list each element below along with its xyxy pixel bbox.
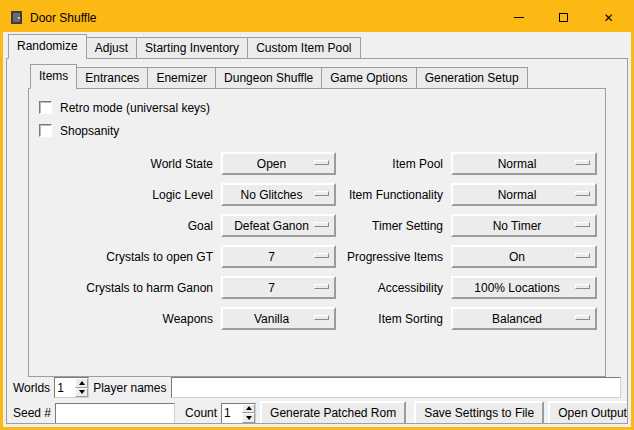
count-spin-arrows [242, 404, 255, 423]
shopsanity-row: Shopsanity [39, 119, 597, 142]
tab-game-options[interactable]: Game Options [321, 67, 416, 89]
dropdown-indicator-icon [314, 315, 329, 320]
retro-mode-checkbox[interactable] [39, 101, 52, 114]
outer-tabbar: Randomize Adjust Starting Inventory Cust… [6, 34, 628, 59]
tab-generation-setup[interactable]: Generation Setup [416, 67, 528, 89]
count-spin-up-button[interactable] [242, 404, 255, 414]
dropdown-indicator-icon [575, 315, 590, 320]
dropdown-indicator-icon [575, 253, 590, 258]
tab-entrances[interactable]: Entrances [76, 67, 148, 89]
arrow-down-icon [246, 416, 252, 420]
accessibility-label: Accessibility [344, 281, 443, 295]
dropdown-indicator-icon [314, 284, 329, 289]
crystals-gt-dropdown[interactable]: 7 [221, 245, 336, 268]
tab-randomize[interactable]: Randomize [8, 34, 87, 59]
goal-label: Goal [37, 219, 213, 233]
shopsanity-label: Shopsanity [60, 124, 119, 138]
maximize-button[interactable] [541, 3, 586, 32]
dropdown-indicator-icon [314, 191, 329, 196]
item-sorting-dropdown[interactable]: Balanced [451, 307, 597, 330]
world-state-dropdown[interactable]: Open [221, 152, 336, 175]
worlds-spinner [54, 377, 89, 398]
app-icon [9, 10, 24, 25]
close-button[interactable]: ✕ [586, 3, 631, 32]
dropdown-indicator-icon [575, 284, 590, 289]
tab-custom-item-pool[interactable]: Custom Item Pool [247, 37, 360, 59]
item-pool-dropdown[interactable]: Normal [451, 152, 597, 175]
item-functionality-dropdown[interactable]: Normal [451, 183, 597, 206]
retro-mode-row: Retro mode (universal keys) [39, 96, 597, 119]
app-window: Door Shuffle ✕ Randomize Adjust Starting… [0, 0, 634, 430]
crystals-ganon-dropdown[interactable]: 7 [221, 276, 336, 299]
item-pool-label: Item Pool [344, 157, 443, 171]
tab-starting-inventory[interactable]: Starting Inventory [136, 37, 248, 59]
goal-dropdown[interactable]: Defeat Ganon [221, 214, 336, 237]
count-spinner [221, 403, 256, 424]
worlds-input[interactable] [55, 378, 75, 397]
tab-adjust[interactable]: Adjust [86, 37, 137, 59]
weapons-label: Weapons [37, 312, 213, 326]
tab-enemizer[interactable]: Enemizer [147, 67, 216, 89]
logic-level-dropdown[interactable]: No Glitches [221, 183, 336, 206]
worlds-row: Worlds Player names [13, 377, 621, 398]
dropdown-indicator-icon [314, 160, 329, 165]
arrow-up-icon [79, 381, 85, 385]
worlds-spin-up-button[interactable] [75, 378, 88, 388]
count-input[interactable] [222, 404, 242, 423]
dropdown-indicator-icon [575, 222, 590, 227]
accessibility-dropdown[interactable]: 100% Locations [451, 276, 597, 299]
dropdown-indicator-icon [575, 160, 590, 165]
timer-setting-label: Timer Setting [344, 219, 443, 233]
progressive-items-dropdown[interactable]: On [451, 245, 597, 268]
crystals-gt-label: Crystals to open GT [37, 250, 213, 264]
item-functionality-label: Item Functionality [344, 188, 443, 202]
crystals-ganon-label: Crystals to harm Ganon [37, 281, 213, 295]
worlds-label: Worlds [13, 381, 50, 395]
maximize-icon [559, 13, 568, 22]
seed-input[interactable] [55, 403, 175, 424]
tab-items[interactable]: Items [30, 64, 77, 89]
inner-notebook: Items Entrances Enemizer Dungeon Shuffle… [28, 64, 606, 377]
shopsanity-checkbox[interactable] [39, 124, 52, 137]
world-state-label: World State [37, 157, 213, 171]
player-names-label: Player names [93, 381, 166, 395]
randomize-panel: Items Entrances Enemizer Dungeon Shuffle… [6, 58, 628, 424]
close-icon: ✕ [603, 12, 613, 24]
count-label: Count [185, 406, 217, 420]
worlds-spin-arrows [75, 378, 88, 397]
minimize-button[interactable] [496, 3, 541, 32]
worlds-spin-down-button[interactable] [75, 388, 88, 398]
retro-mode-label: Retro mode (universal keys) [60, 101, 210, 115]
item-sorting-label: Item Sorting [344, 312, 443, 326]
tab-dungeon-shuffle[interactable]: Dungeon Shuffle [215, 67, 322, 89]
settings-grid: World State Open Item Pool Normal Logic … [37, 152, 597, 330]
seed-label: Seed # [13, 406, 51, 420]
arrow-up-icon [246, 406, 252, 410]
dropdown-indicator-icon [575, 191, 590, 196]
timer-setting-dropdown[interactable]: No Timer [451, 214, 597, 237]
titlebar: Door Shuffle ✕ [3, 3, 631, 32]
progressive-items-label: Progressive Items [344, 250, 443, 264]
dropdown-indicator-icon [314, 222, 329, 227]
generate-patched-rom-button[interactable]: Generate Patched Rom [260, 401, 406, 424]
dropdown-indicator-icon [314, 253, 329, 258]
arrow-down-icon [79, 390, 85, 394]
items-panel: Retro mode (universal keys) Shopsanity W… [28, 88, 606, 377]
minimize-icon [514, 17, 524, 18]
open-output-directory-button[interactable]: Open Output Directory [548, 401, 628, 424]
seed-row: Seed # Count Generate Patched Rom Save S… [13, 401, 621, 424]
player-names-input[interactable] [171, 377, 622, 398]
weapons-dropdown[interactable]: Vanilla [221, 307, 336, 330]
window-title: Door Shuffle [30, 11, 97, 25]
inner-tabbar: Items Entrances Enemizer Dungeon Shuffle… [28, 64, 606, 89]
count-spin-down-button[interactable] [242, 413, 255, 423]
save-settings-button[interactable]: Save Settings to File [414, 401, 544, 424]
client-area: Randomize Adjust Starting Inventory Cust… [3, 32, 631, 427]
logic-level-label: Logic Level [37, 188, 213, 202]
